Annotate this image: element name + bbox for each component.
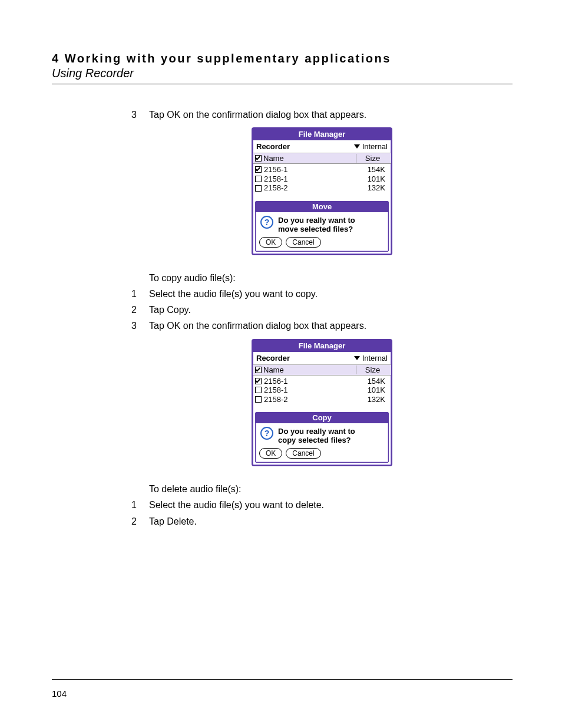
row-checkbox[interactable] xyxy=(255,176,262,182)
section-title: Using Recorder xyxy=(52,67,513,80)
titlebar: File Manager xyxy=(253,340,391,352)
table-row[interactable]: 2156-1 154K xyxy=(255,377,389,386)
step-number: 2 xyxy=(131,303,149,317)
step-text: Tap OK on the confirmation dialog box th… xyxy=(149,319,513,332)
column-name: Name xyxy=(263,365,284,374)
file-name: 2158-2 xyxy=(264,395,351,404)
step-number: 1 xyxy=(131,287,149,301)
table-row[interactable]: 2158-2 132K xyxy=(255,183,389,193)
file-name: 2156-1 xyxy=(264,165,351,174)
dialog-message: Do you really want to copy selected file… xyxy=(278,427,355,444)
file-name: 2156-1 xyxy=(264,377,351,386)
step-text: Tap Copy. xyxy=(149,303,513,317)
table-row[interactable]: 2158-1 101K xyxy=(255,386,389,395)
move-dialog: Move ? Do you really want to move select… xyxy=(255,201,389,252)
storage-dropdown[interactable]: Internal xyxy=(354,142,388,151)
table-row[interactable]: 2158-1 101K xyxy=(255,174,389,184)
column-size: Size xyxy=(356,154,389,163)
app-name-label: Recorder xyxy=(256,354,290,363)
column-size: Size xyxy=(356,365,389,374)
file-manager-move: File Manager Recorder Internal Name Size xyxy=(252,127,392,255)
cancel-button[interactable]: Cancel xyxy=(286,448,320,459)
ok-button[interactable]: OK xyxy=(259,448,282,459)
question-icon: ? xyxy=(260,216,273,229)
file-size: 101K xyxy=(353,174,389,184)
file-size: 154K xyxy=(353,377,389,386)
file-size: 101K xyxy=(353,386,389,395)
file-name: 2158-1 xyxy=(264,174,351,184)
storage-label: Internal xyxy=(362,142,388,151)
select-all-checkbox[interactable] xyxy=(255,367,262,373)
file-manager-copy: File Manager Recorder Internal Name Size xyxy=(252,339,392,467)
step-number: 3 xyxy=(131,319,149,332)
footer-rule xyxy=(52,679,513,680)
dialog-message: Do you really want to move selected file… xyxy=(278,216,355,233)
dialog-title: Move xyxy=(256,202,388,212)
copy-dialog: Copy ? Do you really want to copy select… xyxy=(255,412,389,463)
page-number: 104 xyxy=(52,689,67,699)
file-name: 2158-1 xyxy=(264,386,351,395)
question-icon: ? xyxy=(260,427,273,440)
titlebar: File Manager xyxy=(253,129,391,140)
step-text: Select the audio file(s) you want to del… xyxy=(149,498,513,512)
storage-dropdown[interactable]: Internal xyxy=(354,354,388,363)
dropdown-icon xyxy=(354,356,360,360)
step-text: Select the audio file(s) you want to cop… xyxy=(149,287,513,301)
row-checkbox[interactable] xyxy=(255,378,262,384)
dropdown-icon xyxy=(354,144,360,149)
step-number: 3 xyxy=(131,108,149,121)
cancel-button[interactable]: Cancel xyxy=(286,237,320,248)
header-rule xyxy=(52,84,513,84)
file-name: 2158-2 xyxy=(264,183,351,193)
chapter-title: 4 Working with your supplementary applic… xyxy=(52,52,513,65)
delete-heading: To delete audio file(s): xyxy=(149,484,513,495)
row-checkbox[interactable] xyxy=(255,185,262,192)
select-all-checkbox[interactable] xyxy=(255,155,262,162)
dialog-title: Copy xyxy=(256,413,388,423)
file-size: 154K xyxy=(353,165,389,174)
step-number: 2 xyxy=(131,515,149,528)
column-name: Name xyxy=(263,154,284,163)
file-size: 132K xyxy=(353,395,389,404)
table-row[interactable]: 2158-2 132K xyxy=(255,395,389,404)
step-number: 1 xyxy=(131,498,149,512)
file-size: 132K xyxy=(353,183,389,193)
table-row[interactable]: 2156-1 154K xyxy=(255,165,389,174)
step-text: Tap OK on the confirmation dialog box th… xyxy=(149,108,513,121)
copy-heading: To copy audio file(s): xyxy=(149,273,513,284)
row-checkbox[interactable] xyxy=(255,396,262,403)
row-checkbox[interactable] xyxy=(255,387,262,393)
app-name-label: Recorder xyxy=(256,142,290,151)
row-checkbox[interactable] xyxy=(255,166,262,173)
ok-button[interactable]: OK xyxy=(259,237,282,248)
storage-label: Internal xyxy=(362,354,388,363)
step-text: Tap Delete. xyxy=(149,515,513,528)
